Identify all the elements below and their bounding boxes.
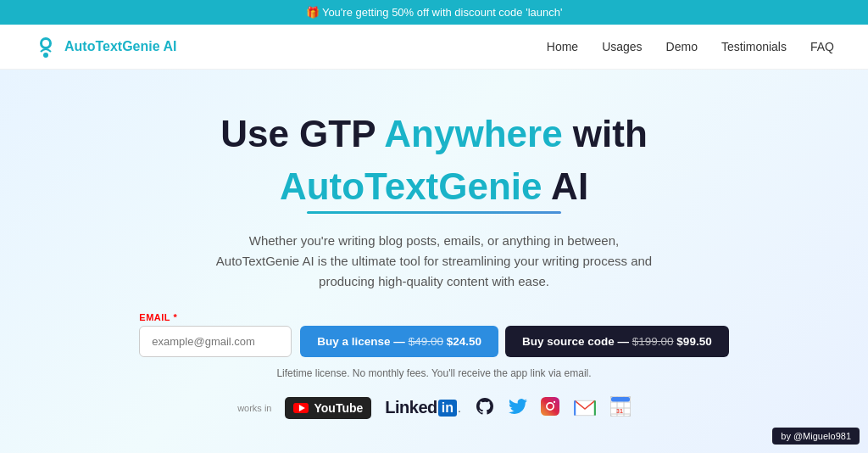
- nav-home[interactable]: Home: [547, 40, 578, 53]
- credit-badge: by @Miguelo981: [772, 428, 860, 445]
- github-icon: [475, 396, 495, 417]
- email-input[interactable]: [139, 326, 292, 357]
- github-platform: [475, 396, 495, 420]
- linkedin-platform: Linked in .: [385, 398, 461, 417]
- email-group: EMAIL *: [139, 312, 292, 357]
- navbar: AutoTextGenie AI Home Usages Demo Testim…: [0, 25, 868, 70]
- nav-demo[interactable]: Demo: [666, 40, 698, 53]
- buy-source-button[interactable]: Buy source code — $199.00 $99.50: [505, 326, 729, 357]
- instagram-platform: [541, 397, 559, 419]
- linkedin-text: Linked: [385, 398, 437, 417]
- buy-license-button[interactable]: Buy a license — $49.00 $24.50: [300, 326, 498, 357]
- linkedin-in-box: in: [438, 400, 457, 417]
- logo-text: AutoTextGenie AI: [64, 39, 176, 54]
- logo-icon: [34, 35, 58, 59]
- works-in-section: works in YouTube Linked in .: [34, 396, 834, 420]
- twitter-platform: [509, 397, 527, 419]
- nav-usages[interactable]: Usages: [602, 40, 642, 53]
- works-in-label: works in: [237, 403, 271, 413]
- youtube-label: YouTube: [314, 401, 363, 415]
- svg-rect-3: [541, 397, 559, 416]
- lifetime-note: Lifetime license. No monthly fees. You'l…: [34, 367, 834, 379]
- svg-point-1: [42, 40, 49, 47]
- promo-banner: 🎁 You're getting 50% off with discount c…: [0, 0, 868, 25]
- hero-description: Whether you're writing blog posts, email…: [214, 231, 654, 292]
- twitter-icon: [509, 397, 527, 416]
- svg-text:31: 31: [616, 408, 623, 414]
- logo[interactable]: AutoTextGenie AI: [34, 35, 176, 59]
- email-label: EMAIL *: [139, 312, 177, 322]
- scroll-chevron[interactable]: ⌄: [34, 437, 834, 453]
- instagram-icon: [541, 397, 559, 416]
- svg-point-2: [43, 53, 48, 58]
- google-calendar-platform: 31: [610, 396, 631, 420]
- chevron-down-icon: ⌄: [425, 444, 444, 453]
- hero-section: Use GTP Anywhere with AutoTextGenie AI W…: [0, 70, 868, 453]
- credit-text: by @Miguelo981: [781, 431, 851, 441]
- nav-links: Home Usages Demo Testimonials FAQ: [547, 39, 834, 54]
- hero-title-line1: Use GTP Anywhere with: [34, 112, 834, 157]
- nav-faq[interactable]: FAQ: [810, 40, 834, 53]
- nav-testimonials[interactable]: Testimonials: [721, 40, 787, 53]
- youtube-icon: [293, 403, 309, 413]
- linkedin-dot: .: [458, 401, 461, 415]
- svg-point-5: [554, 401, 555, 403]
- hero-title-line2: AutoTextGenie AI: [34, 165, 834, 208]
- google-calendar-icon: 31: [610, 396, 631, 417]
- gmail-platform: [573, 399, 597, 417]
- cta-area: EMAIL * Buy a license — $49.00 $24.50 Bu…: [34, 312, 834, 357]
- svg-rect-12: [611, 397, 630, 402]
- gmail-icon: [573, 399, 597, 417]
- youtube-platform: YouTube: [285, 397, 371, 419]
- banner-text: 🎁 You're getting 50% off with discount c…: [306, 6, 563, 19]
- hero-underline: [307, 211, 561, 214]
